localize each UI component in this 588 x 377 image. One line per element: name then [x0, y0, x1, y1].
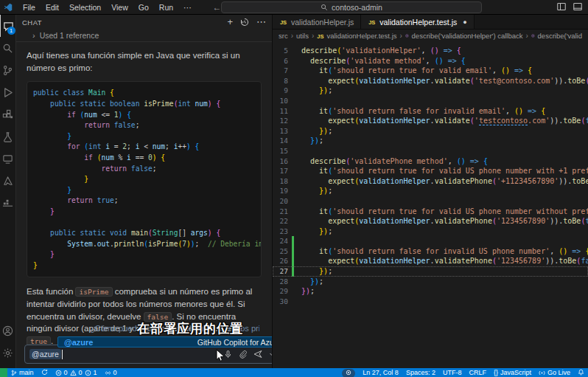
encoding[interactable]: UTF-8	[439, 368, 466, 377]
menu-run[interactable]: Run	[154, 0, 178, 14]
activity-run-debug[interactable]	[0, 81, 16, 103]
go-live-button[interactable]: Go Live	[535, 368, 574, 377]
notifications-bell[interactable]	[574, 368, 588, 376]
account-icon[interactable]	[0, 319, 16, 342]
tab-label: validationHelper.test.js	[379, 18, 457, 27]
broadcast-icon	[105, 370, 111, 376]
activity-docker[interactable]	[0, 192, 16, 214]
indentation[interactable]: Spaces: 2	[402, 368, 439, 377]
info-count: 1	[94, 369, 97, 376]
menu-view[interactable]: View	[106, 0, 133, 14]
breadcrumb-separator: ›	[400, 32, 402, 40]
activity-copilot-chat[interactable]: 1	[0, 15, 16, 37]
chevron-right-icon: ›	[32, 31, 35, 40]
chat-panel: CHAT + ⋯ › Used 1 reference Aquí tienes …	[16, 15, 273, 368]
tab-label: validationHelper.js	[291, 18, 354, 27]
breadcrumb-describe-inner[interactable]: describe('valid	[538, 32, 582, 40]
git-branch-icon	[11, 370, 17, 376]
input-mention-chip: @azure	[29, 349, 61, 359]
vscode-window: File Edit Selection View Go Run ⋯ ← → co…	[0, 0, 588, 377]
nav-back-icon[interactable]: ←	[213, 2, 222, 13]
message-intro: Aquí tienes una función simple en Java q…	[27, 49, 262, 74]
menu-selection[interactable]: Selection	[64, 0, 106, 14]
ports-count: 0	[113, 369, 117, 376]
chat-more-actions[interactable]: ⋯	[256, 18, 266, 27]
activity-extensions[interactable]	[0, 103, 16, 125]
problems-indicator[interactable]: 0 0 1	[52, 368, 101, 377]
breadcrumb-separator: ›	[291, 32, 293, 40]
remote-status-pill[interactable]	[338, 368, 359, 377]
sync-button[interactable]	[38, 368, 52, 376]
warning-count: 0	[79, 369, 83, 376]
menu-edit[interactable]: Edit	[41, 0, 64, 14]
menu-file[interactable]: File	[18, 0, 41, 14]
bell-icon	[578, 369, 584, 376]
eol-sequence[interactable]: CRLF	[465, 368, 490, 377]
video-subtitle-overlay: 在部署应用的位置	[137, 320, 243, 337]
layout-icon[interactable]	[573, 2, 582, 11]
settings-gear-icon[interactable]	[0, 342, 16, 364]
command-center[interactable]: contoso-admin	[221, 1, 482, 13]
vscode-logo-icon	[3, 3, 13, 12]
breadcrumb-describe-outer[interactable]: describe('validationHelper') callback	[412, 32, 523, 40]
assistant-message: Aquí tienes una función simple en Java q…	[16, 42, 272, 347]
editor-group: JS validationHelper.js JS validationHelp…	[273, 15, 588, 368]
toggle-panel-icon[interactable]	[557, 2, 566, 11]
tab-validationHelper-js[interactable]: JS validationHelper.js	[273, 15, 361, 29]
new-chat-button[interactable]: +	[227, 18, 233, 27]
status-bar: main 0 0 1 0 Ln 27, Col 8 Spaces: 2 UTF-	[0, 368, 588, 377]
java-code-block[interactable]: public class Main { public static boolea…	[27, 81, 262, 277]
search-icon	[321, 4, 328, 11]
suggestion-extension-name: GitHub Copilot for Azure	[197, 338, 273, 347]
info-icon	[85, 370, 91, 376]
go-live-icon	[539, 370, 545, 376]
activity-search[interactable]	[0, 37, 16, 59]
mouse-cursor	[216, 349, 225, 362]
activity-testing[interactable]	[0, 125, 16, 148]
breadcrumb-separator: ›	[312, 32, 314, 40]
cursor-position[interactable]: Ln 27, Col 8	[359, 368, 402, 377]
chat-header: CHAT + ⋯	[16, 15, 272, 30]
references-label: Used 1 reference	[40, 31, 99, 40]
warning-icon	[70, 370, 77, 376]
breadcrumb-utils[interactable]: utils	[296, 32, 309, 40]
breadcrumb-file[interactable]: validationHelper.test.js	[326, 32, 396, 40]
error-icon	[55, 370, 62, 376]
suggestion-command[interactable]: @azure	[64, 338, 93, 347]
title-bar: File Edit Selection View Go Run ⋯ ← → co…	[0, 0, 588, 15]
language-mode[interactable]: {} JavaScript	[490, 368, 535, 377]
test-symbol-icon	[405, 32, 409, 39]
menu-go[interactable]: Go	[133, 0, 154, 14]
remote-indicator[interactable]	[0, 368, 7, 377]
references-row[interactable]: › Used 1 reference	[16, 30, 272, 42]
ports-indicator[interactable]: 0	[101, 368, 121, 377]
tab-validationHelper-test-js[interactable]: JS validationHelper.test.js ●	[361, 15, 475, 29]
error-count: 0	[64, 369, 68, 376]
breadcrumb-separator: ›	[526, 32, 528, 40]
suggestion-popup[interactable]: @azure GitHub Copilot for Azure	[57, 336, 273, 347]
text-caret	[62, 350, 63, 359]
chat-history-icon[interactable]	[240, 18, 249, 27]
js-file-icon: JS	[317, 32, 323, 40]
activity-bar: 1	[0, 15, 16, 368]
chat-panel-title: CHAT	[22, 18, 42, 27]
code-editor[interactable]: 5describe('validationHelper', () => {6 d…	[273, 41, 588, 368]
branch-name: main	[19, 369, 34, 376]
activity-source-control[interactable]	[0, 59, 16, 81]
send-dropdown-chevron-icon[interactable]	[269, 351, 273, 357]
send-icon[interactable]	[253, 350, 262, 359]
branch-indicator[interactable]: main	[7, 368, 38, 377]
activity-azure[interactable]	[0, 170, 16, 192]
js-file-icon: JS	[368, 18, 376, 26]
js-file-icon: JS	[279, 18, 287, 26]
breadcrumb[interactable]: src › utils › JS validationHelper.test.j…	[273, 30, 588, 41]
sync-icon	[41, 369, 48, 376]
test-symbol-icon	[531, 32, 535, 39]
menu-more[interactable]: ⋯	[178, 0, 197, 14]
braces-icon: {}	[494, 369, 498, 376]
breadcrumb-src[interactable]: src	[279, 32, 288, 40]
unsaved-dot-icon[interactable]: ●	[463, 18, 466, 26]
copilot-badge: 1	[7, 27, 15, 35]
attach-paperclip-icon[interactable]	[239, 350, 247, 359]
activity-remote-explorer[interactable]	[0, 148, 16, 170]
